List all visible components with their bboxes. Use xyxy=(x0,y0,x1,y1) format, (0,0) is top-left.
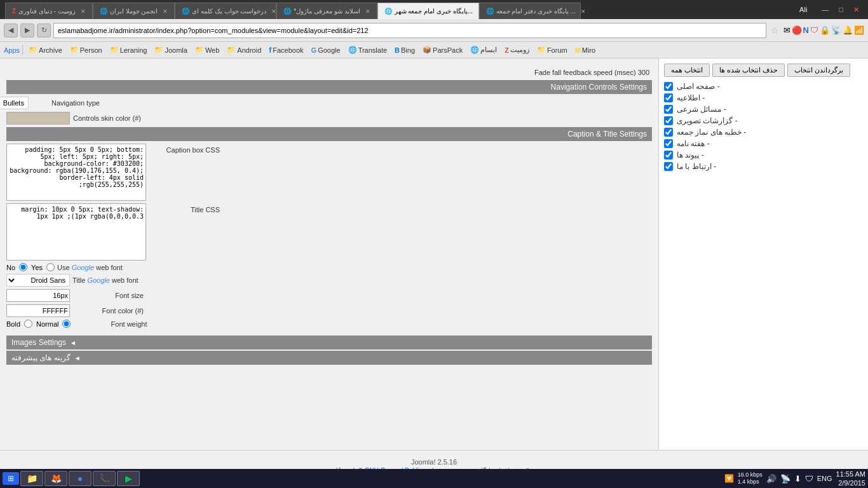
refresh-button[interactable]: ↻ xyxy=(37,24,51,37)
viber-icon: 📞 xyxy=(99,473,110,484)
menu-item-2-checkbox[interactable] xyxy=(664,105,673,114)
bookmark-archive-label: Archive xyxy=(39,46,62,54)
images-settings-section[interactable]: ◄ Images Settings xyxy=(6,336,652,349)
menu-item-4-checkbox[interactable] xyxy=(664,128,673,137)
maximize-button[interactable]: □ xyxy=(835,4,847,15)
tab-3-close[interactable]: ✕ xyxy=(271,8,276,15)
lock-icon[interactable]: 🔒 xyxy=(820,25,830,35)
bookmark-google[interactable]: G Google xyxy=(308,45,344,55)
taskbar-antivirus[interactable]: 🛡 xyxy=(805,474,813,484)
taskbar-network[interactable]: 📡 xyxy=(780,474,790,484)
menu-item-0-checkbox[interactable] xyxy=(664,82,673,91)
bookmark-isam[interactable]: 🌐 ایسام xyxy=(467,44,500,55)
menu-item-3-label: - گزارشات تصویری xyxy=(677,116,738,125)
advanced-options-section[interactable]: ◄ گزینه های پیشرفته xyxy=(6,351,652,365)
font-size-input[interactable] xyxy=(6,289,70,302)
taskbar-chrome[interactable]: ● xyxy=(69,471,92,486)
google-font-no[interactable] xyxy=(19,263,27,271)
tab-5[interactable]: 🌐 پایگاه خبری امام جمعه شهر... ✕ xyxy=(377,3,479,19)
bookmark-miro[interactable]: M Miro xyxy=(572,45,599,55)
skin-color-row: (#) Controls skin color CBBFAE xyxy=(6,112,652,125)
title-css-label: Title CSS xyxy=(149,203,225,214)
menu-item-1: - اطلاعیه xyxy=(664,93,863,102)
tab-6-close[interactable]: ✕ xyxy=(581,8,586,15)
menu-item-6: - پیوند ها xyxy=(664,151,863,159)
taskbar-sound[interactable]: 🔊 xyxy=(766,474,776,484)
bookmark-facebook[interactable]: f Facebook xyxy=(266,44,306,56)
bookmark-zomit[interactable]: Z زومیت xyxy=(501,44,532,55)
bookmark-parspack[interactable]: 📦 ParsPack xyxy=(419,44,466,55)
start-button[interactable]: ⊞ xyxy=(3,472,19,485)
menu-item-4-label: - خطبه های نماز جمعه xyxy=(677,128,746,137)
menu-item-5-checkbox[interactable] xyxy=(664,139,673,148)
joomla-icon[interactable]: 🔴 xyxy=(792,25,802,35)
nav-type-select[interactable]: Bullets xyxy=(0,97,29,109)
tab-6[interactable]: 🌐 پایگاه خبری دفتر امام جمعه ... ✕ xyxy=(479,3,581,19)
bookmark-person[interactable]: 📁 Person xyxy=(67,44,105,55)
font-weight-bold[interactable] xyxy=(24,320,32,328)
bookmark-isam-label: ایسام xyxy=(480,46,497,54)
caption-css-label: Caption box CSS xyxy=(149,144,225,154)
select-all-button[interactable]: انتخاب همه xyxy=(664,64,710,77)
bookmark-archive[interactable]: 📁 Archive xyxy=(25,44,65,55)
isam-icon: 🌐 xyxy=(470,46,479,54)
font-color-input[interactable] xyxy=(6,304,70,317)
tab-3[interactable]: 🌐 درخواست جواب یک کلمه ای ✕ xyxy=(175,3,276,19)
bing-icon: B xyxy=(395,46,400,54)
bookmark-translate[interactable]: 🌐 Translate xyxy=(345,44,390,55)
tab-2-close[interactable]: ✕ xyxy=(163,8,168,15)
tab-2-label: انجمن جوملا ایران xyxy=(110,8,158,15)
back-button[interactable]: ◀ xyxy=(4,24,18,37)
address-bar[interactable] xyxy=(53,23,766,38)
delete-selected-button[interactable]: حذف انتخاب شده ها xyxy=(712,64,785,77)
menu-item-6-checkbox[interactable] xyxy=(664,151,673,159)
bookmark-bing-label: Bing xyxy=(401,46,415,54)
tab-2[interactable]: 🌐 انجمن جوملا ایران ✕ xyxy=(93,3,175,19)
tab-1[interactable]: Z زومیت - دنیای فناوری ✕ xyxy=(5,3,93,19)
bookmark-web[interactable]: 📁 Web xyxy=(192,44,222,55)
bookmark-android[interactable]: 📁 Android xyxy=(224,44,264,55)
menu-item-2-label: - مسائل شرعی xyxy=(677,105,726,114)
tab-4-close[interactable]: ✕ xyxy=(365,8,370,15)
bookmark-bing[interactable]: B Bing xyxy=(391,45,418,55)
translate-icon: 🌐 xyxy=(348,46,357,54)
skin-color-input[interactable]: CBBFAE xyxy=(6,112,70,125)
taskbar-play[interactable]: ▶ xyxy=(117,471,140,486)
title-css-textarea[interactable]: margin: 10px 0 5px; text-shadow: 1px 1px… xyxy=(6,203,146,261)
title-gfont-select[interactable]: Droid Sans xyxy=(6,274,70,287)
close-button[interactable]: ✕ xyxy=(850,4,863,15)
right-menu-panel: برگرداندن انتخاب حذف انتخاب شده ها انتخا… xyxy=(658,58,868,450)
minimize-button[interactable]: — xyxy=(818,4,832,15)
apps-label[interactable]: Apps xyxy=(4,46,20,54)
tab-1-close[interactable]: ✕ xyxy=(81,8,86,15)
taskbar-firefox[interactable]: 🦊 xyxy=(44,471,67,486)
google-font-label: Use Google web font xyxy=(57,264,128,271)
bookmark-star[interactable]: ☆ xyxy=(769,25,781,36)
title-bar: Z زومیت - دنیای فناوری ✕ 🌐 انجمن جوملا ا… xyxy=(0,0,868,19)
play-icon: ▶ xyxy=(125,473,132,484)
bell-icon[interactable]: 🔔 xyxy=(843,25,853,35)
signal-icon[interactable]: 📶 xyxy=(854,25,864,35)
tab-1-icon: Z xyxy=(12,8,16,15)
bookmark-leraning[interactable]: 📁 Leraning xyxy=(107,44,151,55)
lang-label[interactable]: ENG xyxy=(817,475,832,482)
taskbar-files[interactable]: 📁 xyxy=(20,471,43,486)
rss-icon[interactable]: 📡 xyxy=(831,25,841,35)
bookmark-joomla[interactable]: 📁 Joomla xyxy=(151,44,190,55)
shield-icon[interactable]: 🛡 xyxy=(810,25,818,35)
menu-item-1-checkbox[interactable] xyxy=(664,93,673,102)
bookmark-forum[interactable]: 📁 Forum xyxy=(534,44,571,55)
taskbar-update[interactable]: ⬇ xyxy=(794,474,801,484)
caption-css-textarea[interactable]: padding: 5px 5px 0 5px; bottom: 5px; lef… xyxy=(6,144,146,201)
menu-item-7-checkbox[interactable] xyxy=(664,162,673,171)
menu-item-3-checkbox[interactable] xyxy=(664,116,673,125)
google-font-yes[interactable] xyxy=(46,263,55,271)
tab-4[interactable]: 🌐 *اسلاید شو معرفی ماژول ✕ xyxy=(276,3,377,19)
mail-icon[interactable]: ✉ xyxy=(783,25,790,35)
taskbar-viber[interactable]: 📞 xyxy=(93,471,116,486)
restore-selection-button[interactable]: برگرداندن انتخاب xyxy=(787,64,850,77)
font-weight-normal[interactable] xyxy=(62,320,71,328)
n-icon[interactable]: N xyxy=(803,25,809,35)
forward-button[interactable]: ▶ xyxy=(20,24,34,37)
bookmark-person-label: Person xyxy=(80,46,102,54)
